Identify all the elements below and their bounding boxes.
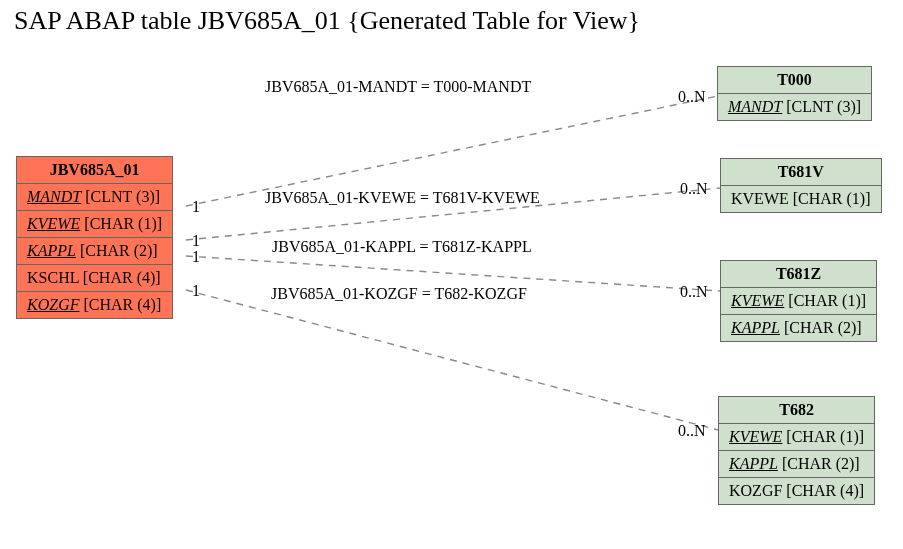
field-fk-name: KVEWE	[729, 428, 782, 445]
entity-related-T682: T682KVEWE [CHAR (1)]KAPPL [CHAR (2)]KOZG…	[718, 396, 875, 505]
entity-related-T000: T000MANDT [CLNT (3)]	[717, 66, 872, 121]
entity-field: KAPPL [CHAR (2)]	[719, 451, 874, 478]
entity-header: T000	[718, 67, 871, 94]
cardinality-right: 0..N	[678, 88, 706, 106]
entity-header: T682	[719, 397, 874, 424]
field-fk-name: KAPPL	[27, 242, 76, 259]
entity-field: KVEWE [CHAR (1)]	[719, 424, 874, 451]
entity-field: KSCHL [CHAR (4)]	[17, 265, 172, 292]
relation-label: JBV685A_01-KOZGF = T682-KOZGF	[271, 285, 527, 303]
entity-field: KAPPL [CHAR (2)]	[721, 315, 876, 341]
cardinality-right: 0..N	[678, 422, 706, 440]
field-fk-name: KVEWE	[731, 292, 784, 309]
field-fk-name: MANDT	[27, 188, 81, 205]
field-fk-name: KVEWE	[27, 215, 80, 232]
entity-field: MANDT [CLNT (3)]	[17, 184, 172, 211]
entity-header: JBV685A_01	[17, 157, 172, 184]
entity-header: T681Z	[721, 261, 876, 288]
entity-main: JBV685A_01MANDT [CLNT (3)]KVEWE [CHAR (1…	[16, 156, 173, 319]
relation-line	[186, 290, 718, 430]
diagram-title: SAP ABAP table JBV685A_01 {Generated Tab…	[14, 6, 640, 36]
entity-related-T681Z: T681ZKVEWE [CHAR (1)]KAPPL [CHAR (2)]	[720, 260, 877, 342]
cardinality-left: 1	[192, 198, 200, 216]
relation-label: JBV685A_01-MANDT = T000-MANDT	[265, 78, 531, 96]
field-fk-name: KAPPL	[731, 319, 780, 336]
entity-field: KVEWE [CHAR (1)]	[721, 186, 881, 212]
field-fk-name: MANDT	[728, 98, 782, 115]
cardinality-right: 0..N	[680, 180, 708, 198]
entity-field: KOZGF [CHAR (4)]	[17, 292, 172, 318]
entity-field: MANDT [CLNT (3)]	[718, 94, 871, 120]
entity-field: KVEWE [CHAR (1)]	[17, 211, 172, 238]
entity-field: KAPPL [CHAR (2)]	[17, 238, 172, 265]
relation-label: JBV685A_01-KAPPL = T681Z-KAPPL	[272, 238, 532, 256]
field-fk-name: KAPPL	[729, 455, 778, 472]
entity-field: KVEWE [CHAR (1)]	[721, 288, 876, 315]
entity-related-T681V: T681VKVEWE [CHAR (1)]	[720, 158, 882, 213]
relation-label: JBV685A_01-KVEWE = T681V-KVEWE	[265, 189, 540, 207]
field-fk-name: KOZGF	[27, 296, 79, 313]
cardinality-right: 0..N	[680, 283, 708, 301]
entity-header: T681V	[721, 159, 881, 186]
entity-field: KOZGF [CHAR (4)]	[719, 478, 874, 504]
cardinality-left: 1	[192, 248, 200, 266]
cardinality-left: 1	[192, 282, 200, 300]
